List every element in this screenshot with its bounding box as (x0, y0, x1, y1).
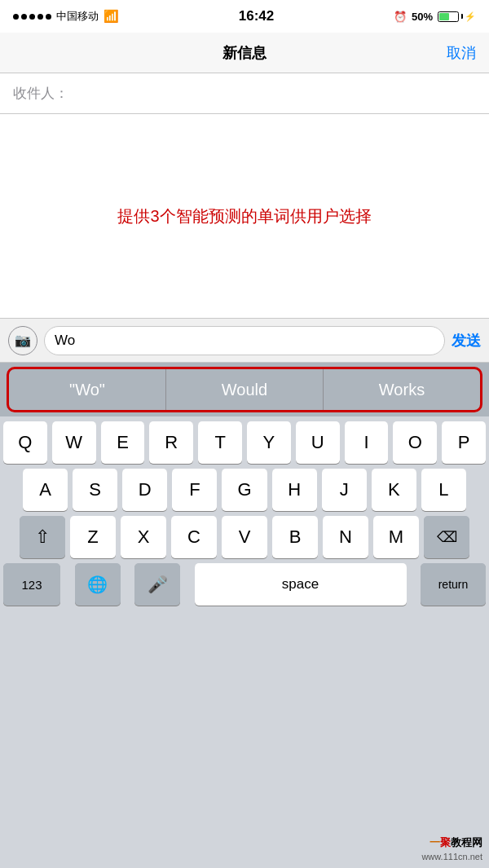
alarm-icon: ⏰ (394, 11, 407, 23)
space-key[interactable]: space (195, 563, 407, 606)
camera-button[interactable]: 📷 (8, 326, 37, 355)
predictive-item-2[interactable]: Would (166, 369, 324, 410)
key-g[interactable]: G (222, 469, 267, 511)
key-c[interactable]: C (171, 516, 217, 558)
key-s[interactable]: S (73, 469, 117, 511)
mic-key[interactable]: 🎤 (134, 563, 180, 606)
watermark-url: www.111cn.net (421, 851, 482, 863)
key-k[interactable]: K (372, 469, 416, 511)
battery-percent: 50% (412, 11, 433, 23)
return-key[interactable]: return (421, 563, 486, 606)
key-p[interactable]: P (442, 421, 486, 464)
annotation-text: 提供3个智能预测的单词供用户选择 (93, 204, 395, 228)
recipient-label: 收件人： (13, 84, 68, 103)
delete-key[interactable]: ⌫ (424, 516, 469, 558)
key-o[interactable]: O (393, 421, 437, 464)
watermark: 一聚教程网 www.111cn.net (421, 835, 482, 863)
message-text-input[interactable] (44, 326, 445, 355)
nav-bar: 新信息 取消 (0, 33, 489, 73)
status-time: 16:42 (239, 8, 274, 24)
keyboard-row-3: ⇧ Z X C V B N M ⌫ (0, 511, 489, 558)
battery-icon: ⚡ (438, 11, 476, 22)
key-m[interactable]: M (373, 516, 419, 558)
key-q[interactable]: Q (3, 421, 47, 464)
key-l[interactable]: L (421, 469, 466, 511)
globe-key[interactable]: 🌐 (75, 563, 121, 606)
predictive-bar: "Wo" Would Works (7, 367, 482, 412)
key-h[interactable]: H (272, 469, 317, 511)
key-z[interactable]: Z (70, 516, 116, 558)
message-input-area: 📷 发送 (0, 318, 489, 363)
key-u[interactable]: U (296, 421, 340, 464)
keyboard-row-2: A S D F G H J K L (0, 464, 489, 511)
signal-icon (13, 14, 51, 20)
number-key[interactable]: 123 (3, 563, 60, 606)
key-x[interactable]: X (121, 516, 166, 558)
key-v[interactable]: V (222, 516, 267, 558)
key-e[interactable]: E (101, 421, 145, 464)
status-right: ⏰ 50% ⚡ (394, 11, 476, 23)
cancel-button[interactable]: 取消 (447, 43, 476, 63)
keyboard-row-4: 123 🌐 🎤 space return (0, 558, 489, 612)
key-y[interactable]: Y (247, 421, 291, 464)
shift-key[interactable]: ⇧ (20, 516, 65, 558)
key-d[interactable]: D (122, 469, 167, 511)
key-t[interactable]: T (198, 421, 242, 464)
nav-title: 新信息 (222, 43, 267, 63)
key-n[interactable]: N (323, 516, 368, 558)
recipient-bar: 收件人： (0, 73, 489, 114)
keyboard-row-1: Q W E R T Y U I O P (0, 416, 489, 464)
predictive-bar-wrapper: "Wo" Would Works (0, 363, 489, 416)
predictive-item-1[interactable]: "Wo" (9, 369, 166, 410)
key-b[interactable]: B (272, 516, 318, 558)
key-r[interactable]: R (149, 421, 193, 464)
key-f[interactable]: F (172, 469, 217, 511)
key-i[interactable]: I (345, 421, 389, 464)
wifi-icon: 📶 (104, 9, 119, 24)
content-area: 提供3个智能预测的单词供用户选择 (0, 114, 489, 318)
carrier-label: 中国移动 (56, 9, 99, 24)
status-left: 中国移动 📶 (13, 9, 119, 24)
recipient-input[interactable] (75, 86, 476, 102)
key-j[interactable]: J (322, 469, 367, 511)
predictive-item-3[interactable]: Works (324, 369, 480, 410)
camera-icon: 📷 (15, 333, 31, 348)
send-button[interactable]: 发送 (452, 331, 481, 350)
keyboard: Q W E R T Y U I O P A S D F G H J K L ⇧ … (0, 416, 489, 868)
key-a[interactable]: A (23, 469, 68, 511)
key-w[interactable]: W (52, 421, 96, 464)
status-bar: 中国移动 📶 16:42 ⏰ 50% ⚡ (0, 0, 489, 33)
